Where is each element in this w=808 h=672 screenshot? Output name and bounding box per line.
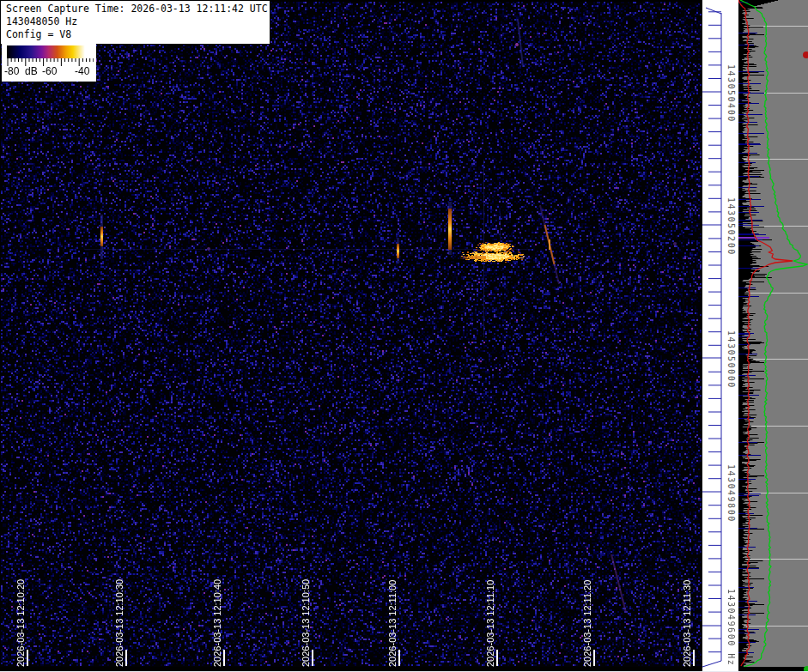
spectrum-lab-window: 2026-03-13 12:10:202026-03-13 12:10:3020…: [0, 0, 808, 672]
color-gradient-bar: [7, 45, 94, 58]
frequency-text: 143048050 Hz: [6, 15, 267, 28]
color-scale-label: -80: [4, 65, 19, 77]
waterfall-canvas: [0, 0, 702, 672]
freq-label: 143050400: [726, 64, 736, 123]
time-label: 2026-03-13 12:11:10: [485, 580, 495, 667]
color-scale: -80dB-60-40: [2, 44, 96, 82]
time-label: 2026-03-13 12:11:20: [582, 580, 592, 667]
freq-label: 143050200: [726, 197, 736, 256]
capture-info-box: Screen Capture Time: 2026-03-13 12:11:42…: [1, 1, 270, 45]
time-label: 2026-03-13 12:11:00: [387, 580, 398, 667]
time-tick: [125, 650, 127, 666]
color-scale-label: -40: [75, 65, 89, 77]
time-tick: [693, 650, 695, 666]
freq-label: 143049600 Hz: [726, 589, 736, 666]
time-label: 2026-03-13 12:11:30: [682, 580, 692, 667]
freq-label: 143049800: [726, 464, 736, 523]
time-tick: [312, 650, 313, 666]
time-tick: [496, 650, 498, 666]
spectrum-marker-red-dot: [803, 51, 808, 58]
color-scale-label: -60: [42, 65, 57, 77]
freq-label: 143050000: [726, 330, 736, 389]
color-scale-label: dB: [25, 65, 38, 77]
time-label: 2026-03-13 12:10:50: [301, 579, 311, 667]
capture-time-text: Screen Capture Time: 2026-03-13 12:11:42…: [6, 3, 267, 15]
time-label: 2026-03-13 12:10:40: [212, 579, 222, 667]
spectrum-panel-canvas: [738, 0, 808, 672]
time-tick: [593, 650, 595, 666]
time-label: 2026-03-13 12:10:20: [15, 579, 26, 667]
time-label: 2026-03-13 12:10:30: [114, 579, 125, 667]
time-tick: [398, 650, 400, 666]
config-text: Config = V8: [6, 28, 267, 41]
time-tick: [223, 650, 225, 666]
time-tick: [27, 650, 28, 666]
